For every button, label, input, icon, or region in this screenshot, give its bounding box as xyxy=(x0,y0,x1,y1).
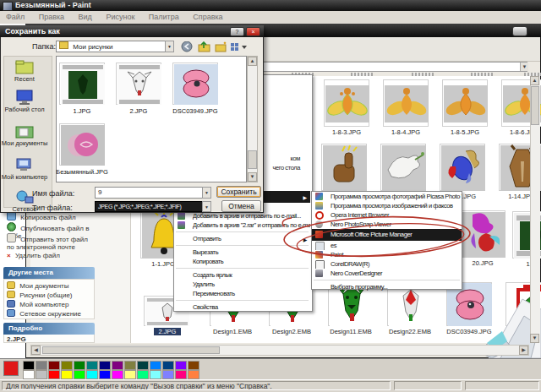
color-swatch[interactable] xyxy=(150,361,161,370)
context-menu-item-add-archive-rar-email[interactable]: Добавить в архив "2.rar" и отправить по … xyxy=(174,220,310,230)
details-header[interactable]: Подробно xyxy=(3,323,95,335)
context-menu-item-copy[interactable]: Копировать xyxy=(174,257,310,266)
place-recent[interactable]: Recent xyxy=(0,59,49,83)
context-menu-item-send-to[interactable]: Отправить ▶ xyxy=(174,234,310,243)
place-shared-pictures[interactable]: Рисунки (общие) xyxy=(7,291,73,299)
thumbnail[interactable] xyxy=(380,144,426,191)
openwith-item-picasa[interactable]: Программа просмотра фотографий Picasa Ph… xyxy=(312,192,462,201)
context-menu-item-rename[interactable]: Переименовать xyxy=(174,289,310,298)
horizontal-scroll-thumb[interactable] xyxy=(42,346,220,354)
color-swatch[interactable] xyxy=(137,370,149,379)
openwith-item-choose-program[interactable]: Выбрать программу... xyxy=(312,282,462,291)
up-folder-icon[interactable] xyxy=(198,41,210,52)
color-swatch[interactable] xyxy=(74,361,85,370)
filename-input[interactable]: 9 xyxy=(95,187,203,199)
menu-view[interactable]: Вид xyxy=(73,11,98,24)
filetype-combobox[interactable]: JPEG (*.JPG;*.JPEG;*.JPE;*.JFIF) xyxy=(95,201,203,212)
color-swatch[interactable] xyxy=(99,370,111,379)
save-button[interactable]: Сохранить xyxy=(216,186,261,198)
color-swatch[interactable] xyxy=(124,370,136,379)
menu-palette[interactable]: Палитра xyxy=(143,11,185,24)
place-my-documents[interactable]: Мои документы xyxy=(7,281,69,290)
color-swatch[interactable] xyxy=(162,370,174,379)
file-item[interactable]: DSC03949.JPG xyxy=(172,63,218,105)
color-swatch[interactable] xyxy=(99,361,111,370)
vertical-scroll-thumb[interactable] xyxy=(531,86,539,125)
menu-help[interactable]: Справка xyxy=(187,11,228,24)
thumbnail[interactable]: 20.JPG xyxy=(460,210,505,258)
thumbnail[interactable]: 1-8-3.JPG xyxy=(324,79,369,127)
color-swatch[interactable] xyxy=(188,370,199,379)
thumbnail[interactable]: 13.JPG xyxy=(440,144,485,191)
file-item[interactable]: 1.JPG xyxy=(59,63,105,105)
scroll-up-icon[interactable]: ▲ xyxy=(530,76,539,85)
menu-edit[interactable]: Правка xyxy=(33,11,70,24)
file-item[interactable]: 2.JPG xyxy=(116,63,161,105)
file-item[interactable]: Безымянный.JPG xyxy=(59,123,105,166)
openwith-item-paint[interactable]: Paint xyxy=(312,250,462,259)
scroll-right-icon[interactable]: ▶ xyxy=(519,346,528,355)
color-swatch[interactable] xyxy=(124,361,136,370)
thumbnail[interactable]: 1-8-4.JPG xyxy=(383,79,429,127)
dialog-close-button[interactable]: × xyxy=(246,27,260,36)
scroll-left-icon[interactable]: ◀ xyxy=(31,346,41,355)
openwith-item-coreldraw[interactable]: CorelDRAW(R) xyxy=(312,259,462,269)
openwith-item-image-fax-viewer[interactable]: Программа просмотра изображений и факсов xyxy=(312,201,462,210)
dialog-scroll-thumb[interactable] xyxy=(248,150,257,169)
thumbnail[interactable] xyxy=(321,144,367,191)
openwith-item-nero-photosnap[interactable]: Nero PhotoSnap Viewer xyxy=(312,220,462,229)
color-swatch[interactable] xyxy=(23,361,35,370)
palette-row-1[interactable] xyxy=(23,361,200,369)
color-swatch[interactable] xyxy=(74,370,85,379)
color-swatch[interactable] xyxy=(188,361,199,370)
color-swatch[interactable] xyxy=(36,370,47,379)
color-swatch[interactable] xyxy=(86,370,98,379)
color-swatch[interactable] xyxy=(112,370,123,379)
dialog-scroll-up-icon[interactable]: ▲ xyxy=(248,57,257,66)
color-swatch[interactable] xyxy=(137,361,149,370)
explorer-window-button[interactable] xyxy=(512,26,527,36)
color-swatch[interactable] xyxy=(175,370,187,379)
menu-image[interactable]: Рисунок xyxy=(100,11,140,24)
view-menu-icon[interactable] xyxy=(230,41,249,52)
address-dropdown-icon[interactable]: ▼ xyxy=(520,63,528,71)
color-swatch[interactable] xyxy=(48,361,60,370)
filetype-dropdown-icon[interactable]: ▼ xyxy=(202,201,211,212)
back-icon[interactable] xyxy=(181,41,194,52)
color-swatch[interactable] xyxy=(61,361,73,370)
scroll-down-icon[interactable]: ▼ xyxy=(530,334,539,343)
color-swatch[interactable] xyxy=(175,361,187,370)
palette-row-2[interactable] xyxy=(23,370,200,378)
color-swatch[interactable] xyxy=(23,370,35,379)
thumbnail[interactable]: 1-8-5.JPG xyxy=(442,79,488,127)
folder-combobox[interactable]: Мои рисунки xyxy=(56,41,174,52)
color-swatch[interactable] xyxy=(61,370,73,379)
context-menu-item-cut[interactable]: Вырезать xyxy=(174,248,310,257)
other-places-header[interactable]: Другие места xyxy=(3,267,95,279)
openwith-item-nero-coverdesigner[interactable]: Nero CoverDesigner xyxy=(312,269,462,278)
place-network[interactable]: Сетевое окружение xyxy=(7,309,81,318)
color-swatch[interactable] xyxy=(150,370,161,379)
current-color-swatch[interactable] xyxy=(3,361,19,376)
task-delete-file[interactable]: × Удалить файл xyxy=(7,252,96,259)
dialog-scroll-down-icon[interactable]: ▼ xyxy=(248,172,257,182)
cancel-button[interactable]: Отмена xyxy=(221,200,261,212)
color-swatch[interactable] xyxy=(86,361,98,370)
dialog-help-button[interactable]: ? xyxy=(230,27,244,36)
color-swatch[interactable] xyxy=(112,361,123,370)
task-email-file[interactable]: Отправить этот файл по электронной почте xyxy=(7,233,96,251)
context-menu-item-delete[interactable]: Удалить xyxy=(174,280,310,289)
color-swatch[interactable] xyxy=(36,361,47,370)
context-menu-item-properties[interactable]: Свойства xyxy=(174,302,310,312)
place-my-computer-dialog[interactable]: Мой компьютер xyxy=(0,157,49,181)
place-my-computer[interactable]: Мой компьютер xyxy=(7,300,68,308)
openwith-item-opera[interactable]: Opera Internet Browser xyxy=(312,210,462,220)
color-swatch[interactable] xyxy=(48,370,60,379)
folder-dropdown-icon[interactable]: ▼ xyxy=(165,41,174,52)
filename-dropdown-icon[interactable]: ▼ xyxy=(202,187,211,199)
color-swatch[interactable] xyxy=(162,361,174,370)
openwith-item-es[interactable]: es xyxy=(312,241,462,250)
menu-file[interactable]: Файл xyxy=(0,11,30,24)
place-my-documents-dialog[interactable]: Мои документы xyxy=(0,123,49,147)
place-desktop[interactable]: Рабочий стол xyxy=(0,90,49,113)
